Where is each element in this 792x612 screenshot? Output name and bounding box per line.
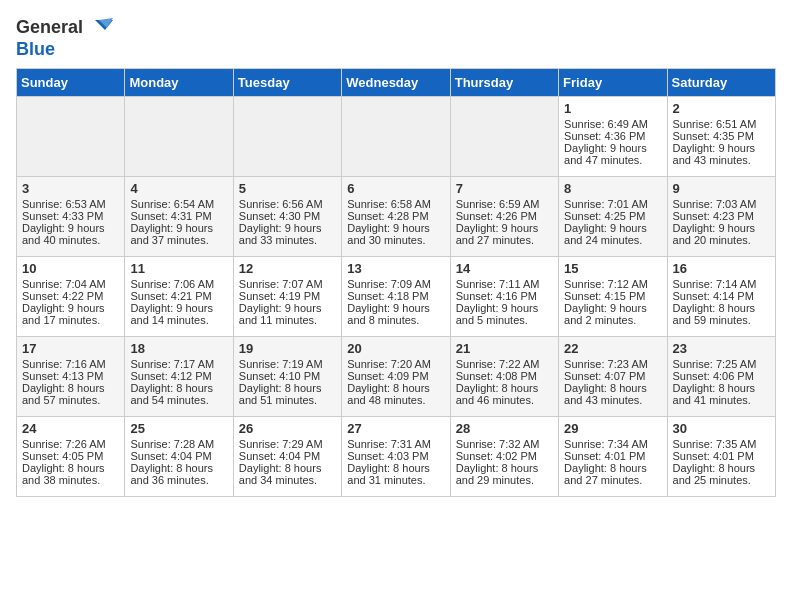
day-info-line: Daylight: 8 hours [239, 462, 336, 474]
calendar-week-row: 10Sunrise: 7:04 AMSunset: 4:22 PMDayligh… [17, 256, 776, 336]
day-info-line: Sunrise: 7:20 AM [347, 358, 444, 370]
day-info-line: Daylight: 8 hours [239, 382, 336, 394]
day-info-line: Sunrise: 6:59 AM [456, 198, 553, 210]
weekday-header: Thursday [450, 68, 558, 96]
day-number: 15 [564, 261, 661, 276]
calendar-cell [125, 96, 233, 176]
day-info-line: Sunrise: 6:49 AM [564, 118, 661, 130]
day-info-line: Sunrise: 7:06 AM [130, 278, 227, 290]
weekday-header: Saturday [667, 68, 775, 96]
day-info-line: Daylight: 9 hours [673, 142, 770, 154]
day-info-line: Sunset: 4:04 PM [130, 450, 227, 462]
calendar-cell [450, 96, 558, 176]
day-info-line: Sunrise: 7:17 AM [130, 358, 227, 370]
day-number: 18 [130, 341, 227, 356]
day-info-line: Sunrise: 7:14 AM [673, 278, 770, 290]
weekday-header: Tuesday [233, 68, 341, 96]
day-info-line: Daylight: 9 hours [347, 302, 444, 314]
weekday-header: Sunday [17, 68, 125, 96]
day-info-line: Sunrise: 7:11 AM [456, 278, 553, 290]
day-info-line: Daylight: 8 hours [347, 462, 444, 474]
day-info-line: Sunrise: 7:12 AM [564, 278, 661, 290]
day-info-line: and 34 minutes. [239, 474, 336, 486]
day-info-line: Sunrise: 6:56 AM [239, 198, 336, 210]
day-info-line: Sunset: 4:05 PM [22, 450, 119, 462]
day-info-line: and 14 minutes. [130, 314, 227, 326]
calendar-cell: 27Sunrise: 7:31 AMSunset: 4:03 PMDayligh… [342, 416, 450, 496]
day-number: 3 [22, 181, 119, 196]
day-info-line: Daylight: 8 hours [564, 462, 661, 474]
day-info-line: and 29 minutes. [456, 474, 553, 486]
day-info-line: Sunset: 4:26 PM [456, 210, 553, 222]
day-number: 5 [239, 181, 336, 196]
day-info-line: Daylight: 9 hours [673, 222, 770, 234]
day-info-line: and 43 minutes. [673, 154, 770, 166]
day-number: 16 [673, 261, 770, 276]
calendar-cell: 21Sunrise: 7:22 AMSunset: 4:08 PMDayligh… [450, 336, 558, 416]
page-header: General Blue [16, 16, 776, 60]
day-info-line: Sunset: 4:16 PM [456, 290, 553, 302]
day-info-line: Sunrise: 6:58 AM [347, 198, 444, 210]
calendar-cell: 2Sunrise: 6:51 AMSunset: 4:35 PMDaylight… [667, 96, 775, 176]
day-info-line: Daylight: 9 hours [130, 222, 227, 234]
calendar-cell: 3Sunrise: 6:53 AMSunset: 4:33 PMDaylight… [17, 176, 125, 256]
day-info-line: Daylight: 8 hours [564, 382, 661, 394]
day-info-line: Sunset: 4:04 PM [239, 450, 336, 462]
calendar-cell: 23Sunrise: 7:25 AMSunset: 4:06 PMDayligh… [667, 336, 775, 416]
day-info-line: Sunset: 4:31 PM [130, 210, 227, 222]
day-info-line: Sunrise: 7:28 AM [130, 438, 227, 450]
day-info-line: Sunrise: 7:07 AM [239, 278, 336, 290]
calendar-cell: 1Sunrise: 6:49 AMSunset: 4:36 PMDaylight… [559, 96, 667, 176]
day-info-line: Sunset: 4:15 PM [564, 290, 661, 302]
calendar-cell: 24Sunrise: 7:26 AMSunset: 4:05 PMDayligh… [17, 416, 125, 496]
calendar-cell [17, 96, 125, 176]
day-info-line: Daylight: 8 hours [347, 382, 444, 394]
day-number: 17 [22, 341, 119, 356]
day-info-line: Daylight: 8 hours [456, 382, 553, 394]
logo: General Blue [16, 16, 115, 60]
calendar-cell: 15Sunrise: 7:12 AMSunset: 4:15 PMDayligh… [559, 256, 667, 336]
calendar-cell: 11Sunrise: 7:06 AMSunset: 4:21 PMDayligh… [125, 256, 233, 336]
day-info-line: Sunset: 4:25 PM [564, 210, 661, 222]
day-info-line: Sunrise: 7:35 AM [673, 438, 770, 450]
weekday-header: Friday [559, 68, 667, 96]
day-number: 29 [564, 421, 661, 436]
day-info-line: and 41 minutes. [673, 394, 770, 406]
day-info-line: Sunrise: 7:34 AM [564, 438, 661, 450]
day-info-line: and 17 minutes. [22, 314, 119, 326]
day-info-line: Sunrise: 7:25 AM [673, 358, 770, 370]
weekday-header: Wednesday [342, 68, 450, 96]
calendar-cell: 22Sunrise: 7:23 AMSunset: 4:07 PMDayligh… [559, 336, 667, 416]
day-info-line: Sunset: 4:06 PM [673, 370, 770, 382]
day-info-line: Daylight: 8 hours [130, 462, 227, 474]
day-number: 27 [347, 421, 444, 436]
calendar-cell: 8Sunrise: 7:01 AMSunset: 4:25 PMDaylight… [559, 176, 667, 256]
day-info-line: Daylight: 8 hours [456, 462, 553, 474]
day-info-line: Sunset: 4:22 PM [22, 290, 119, 302]
day-info-line: and 30 minutes. [347, 234, 444, 246]
calendar-cell: 7Sunrise: 6:59 AMSunset: 4:26 PMDaylight… [450, 176, 558, 256]
calendar-cell: 5Sunrise: 6:56 AMSunset: 4:30 PMDaylight… [233, 176, 341, 256]
day-info-line: Sunset: 4:10 PM [239, 370, 336, 382]
day-number: 28 [456, 421, 553, 436]
logo-bird-icon [85, 16, 115, 40]
day-info-line: Sunset: 4:21 PM [130, 290, 227, 302]
day-number: 26 [239, 421, 336, 436]
day-info-line: Daylight: 9 hours [239, 302, 336, 314]
calendar-cell: 10Sunrise: 7:04 AMSunset: 4:22 PMDayligh… [17, 256, 125, 336]
day-info-line: and 31 minutes. [347, 474, 444, 486]
day-number: 19 [239, 341, 336, 356]
day-info-line: Daylight: 9 hours [22, 222, 119, 234]
day-info-line: Sunset: 4:01 PM [564, 450, 661, 462]
day-info-line: Sunrise: 7:04 AM [22, 278, 119, 290]
calendar-cell: 4Sunrise: 6:54 AMSunset: 4:31 PMDaylight… [125, 176, 233, 256]
day-info-line: Sunrise: 7:23 AM [564, 358, 661, 370]
day-number: 7 [456, 181, 553, 196]
day-number: 1 [564, 101, 661, 116]
day-number: 13 [347, 261, 444, 276]
day-info-line: Sunrise: 6:51 AM [673, 118, 770, 130]
day-info-line: and 37 minutes. [130, 234, 227, 246]
day-info-line: Sunrise: 6:53 AM [22, 198, 119, 210]
calendar-week-row: 1Sunrise: 6:49 AMSunset: 4:36 PMDaylight… [17, 96, 776, 176]
day-info-line: Sunset: 4:33 PM [22, 210, 119, 222]
